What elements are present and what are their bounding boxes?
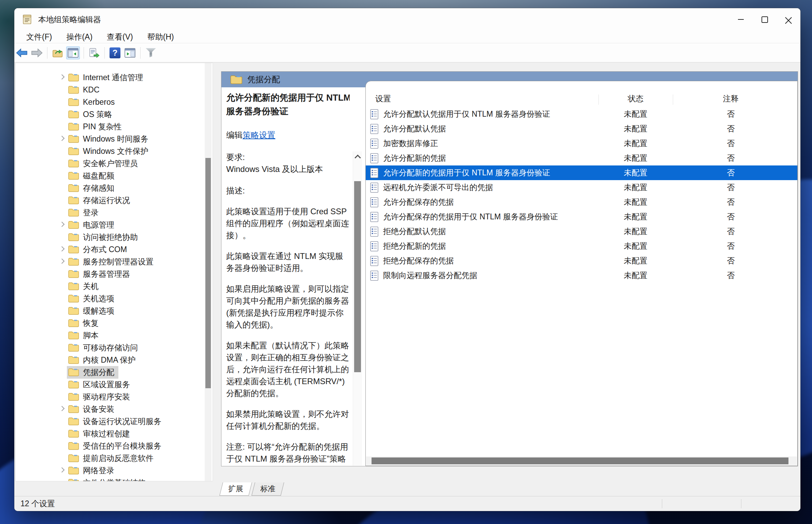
tree-item[interactable]: 设备运行状况证明服务: [16, 415, 213, 427]
tree-item[interactable]: 脚本: [16, 329, 213, 341]
tree-node[interactable]: 受信任的平台模块服务: [67, 440, 165, 452]
tree-item[interactable]: 安全帐户管理员: [16, 157, 213, 170]
tree-node[interactable]: Windows 时间服务: [67, 133, 153, 145]
menu-item[interactable]: 文件(F): [19, 32, 59, 42]
edit-policy-link[interactable]: 策略设置: [243, 130, 275, 140]
tree-node[interactable]: 可移动存储访问: [67, 341, 142, 354]
up-one-level-button[interactable]: [51, 47, 64, 59]
menu-item[interactable]: 操作(A): [59, 32, 100, 42]
tree-item[interactable]: 区域设置服务: [16, 378, 213, 391]
tree-node[interactable]: Internet 通信管理: [67, 71, 147, 84]
tree-node[interactable]: 登录: [67, 206, 103, 219]
tree-node[interactable]: 提前启动反恶意软件: [67, 452, 158, 465]
tree-item[interactable]: 驱动程序安装: [16, 391, 213, 403]
tree-node[interactable]: 审核过程创建: [67, 427, 134, 440]
tree-node[interactable]: 脚本: [67, 329, 103, 342]
settings-row[interactable]: 允许分配保存的凭据用于仅 NTLM 服务器身份验证 未配置 否: [366, 209, 797, 224]
tree-node[interactable]: 服务控制管理器设置: [67, 256, 158, 268]
tree-item[interactable]: 登录: [16, 206, 213, 219]
tree-scrollbar[interactable]: [205, 63, 212, 481]
description-scrollbar-thumb[interactable]: [354, 181, 361, 372]
tree-item[interactable]: 关机选项: [16, 292, 213, 305]
tree-item[interactable]: 内核 DMA 保护: [16, 354, 213, 366]
tree-node[interactable]: 磁盘配额: [67, 170, 118, 182]
tree-item[interactable]: 存储感知: [16, 182, 213, 194]
tree-item[interactable]: 设备安装: [16, 403, 213, 415]
tree-scrollbar-thumb[interactable]: [205, 158, 211, 388]
tree-item[interactable]: Kerberos: [16, 96, 213, 108]
show-console-tree-button[interactable]: [66, 46, 80, 59]
tree-node[interactable]: 凭据分配: [67, 366, 118, 379]
tree-node[interactable]: 区域设置服务: [67, 378, 134, 391]
tree-item[interactable]: 访问被拒绝协助: [16, 231, 213, 243]
tree-node[interactable]: 设备安装: [67, 403, 118, 416]
settings-row[interactable]: 允许分配新的凭据用于仅 NTLM 服务器身份验证 未配置 否: [366, 165, 797, 180]
maximize-button[interactable]: [753, 8, 777, 31]
tree-item[interactable]: 电源管理: [16, 219, 213, 231]
tree-node[interactable]: 分布式 COM: [67, 243, 131, 256]
tree-item[interactable]: 审核过程创建: [16, 427, 213, 440]
tree-node[interactable]: 安全帐户管理员: [67, 157, 142, 170]
tree-item[interactable]: 文件分类基础结构: [16, 477, 213, 481]
export-list-button[interactable]: [88, 47, 101, 59]
tree-node[interactable]: 文件分类基础结构: [67, 477, 150, 482]
menu-item[interactable]: 帮助(H): [140, 32, 181, 42]
settings-row[interactable]: 远程机允许委派不可导出的凭据 未配置 否: [366, 180, 797, 195]
settings-row[interactable]: 拒绝分配新的凭据 未配置 否: [366, 239, 797, 253]
tree-item[interactable]: 恢复: [16, 317, 213, 329]
tree-item[interactable]: 分布式 COM: [16, 243, 213, 256]
tree-item[interactable]: 服务器管理器: [16, 268, 213, 280]
tree-item[interactable]: Windows 时间服务: [16, 133, 213, 145]
show-action-pane-button[interactable]: [124, 47, 136, 59]
tree-item[interactable]: Internet 通信管理: [16, 71, 213, 84]
tree-item[interactable]: 网络登录: [16, 464, 213, 477]
settings-row[interactable]: 允许分配默认凭据用于仅 NTLM 服务器身份验证 未配置 否: [366, 107, 797, 121]
settings-row[interactable]: 允许分配保存的凭据 未配置 否: [366, 195, 797, 209]
help-button[interactable]: ?: [108, 47, 121, 59]
settings-row[interactable]: 拒绝分配默认凭据 未配置 否: [366, 224, 797, 239]
back-button[interactable]: [15, 47, 28, 59]
tree-node[interactable]: 存储运行状况: [67, 194, 134, 207]
forward-button[interactable]: [30, 47, 43, 59]
close-button[interactable]: [777, 8, 800, 31]
column-divider[interactable]: [598, 94, 599, 105]
view-tab[interactable]: 标准: [251, 482, 284, 496]
tree-node[interactable]: 关机: [67, 280, 103, 293]
tree-item[interactable]: 凭据分配: [16, 366, 213, 378]
tree-node[interactable]: Kerberos: [67, 97, 119, 108]
tree-item[interactable]: 磁盘配额: [16, 170, 213, 182]
tree-item[interactable]: 存储运行状况: [16, 194, 213, 206]
tree-node[interactable]: 关机选项: [67, 292, 118, 305]
tree-item[interactable]: 可移动存储访问: [16, 341, 213, 354]
scroll-up-button[interactable]: [353, 151, 362, 162]
tree-item[interactable]: KDC: [16, 84, 213, 96]
view-tab[interactable]: 扩展: [219, 482, 252, 496]
tree-node[interactable]: 存储感知: [67, 182, 118, 194]
column-divider[interactable]: [673, 94, 673, 105]
column-header-comment[interactable]: 注释: [673, 92, 789, 105]
horizontal-scrollbar[interactable]: [366, 456, 797, 465]
tree-node[interactable]: Windows 文件保护: [67, 145, 153, 158]
tree-item[interactable]: Windows 文件保护: [16, 145, 213, 157]
tree-node[interactable]: 恢复: [67, 317, 103, 330]
settings-row[interactable]: 加密数据库修正 未配置 否: [366, 136, 797, 151]
tree-item[interactable]: 关机: [16, 280, 213, 292]
tree-node[interactable]: 缓解选项: [67, 305, 118, 317]
tree-node[interactable]: 网络登录: [67, 464, 118, 477]
settings-row[interactable]: 限制向远程服务器分配凭据 未配置 否: [366, 268, 797, 283]
tree-node[interactable]: OS 策略: [67, 108, 116, 121]
tree-node[interactable]: 设备运行状况证明服务: [67, 415, 165, 428]
settings-row[interactable]: 允许分配默认凭据 未配置 否: [366, 121, 797, 136]
settings-row[interactable]: 允许分配新的凭据 未配置 否: [366, 151, 797, 165]
column-header-setting[interactable]: 设置: [375, 92, 391, 105]
tree-node[interactable]: PIN 复杂性: [67, 120, 126, 133]
tree-node[interactable]: 驱动程序安装: [67, 391, 134, 403]
tree-item[interactable]: 服务控制管理器设置: [16, 256, 213, 268]
minimize-button[interactable]: [729, 8, 753, 31]
tree-node[interactable]: KDC: [67, 84, 104, 96]
tree-item[interactable]: 缓解选项: [16, 305, 213, 317]
tree-item[interactable]: 提前启动反恶意软件: [16, 452, 213, 464]
settings-row[interactable]: 拒绝分配保存的凭据 未配置 否: [366, 253, 797, 268]
tree-item[interactable]: PIN 复杂性: [16, 120, 213, 133]
tree-node[interactable]: 电源管理: [67, 219, 118, 231]
